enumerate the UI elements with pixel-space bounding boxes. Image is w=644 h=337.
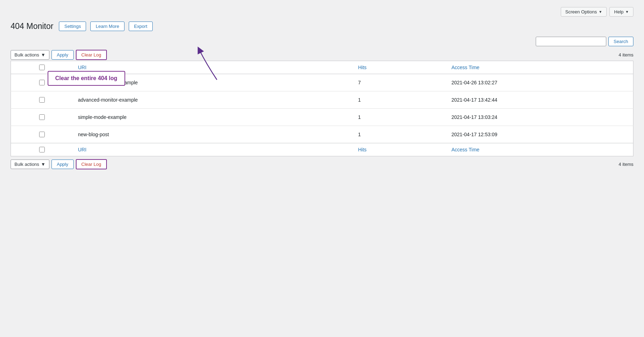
row-checkbox-0[interactable] xyxy=(39,80,45,85)
row-checkbox-1[interactable] xyxy=(39,97,45,103)
bulk-actions-bottom-label: Bulk actions xyxy=(14,162,39,167)
export-button[interactable]: Export xyxy=(129,22,153,31)
chevron-down-icon: ▼ xyxy=(625,10,629,14)
apply-top-button[interactable]: Apply xyxy=(51,50,74,60)
table-footer-row: URI Hits Access Time xyxy=(11,143,633,156)
screen-options-label: Screen Options xyxy=(565,9,597,14)
bulk-actions-bottom-button[interactable]: Bulk actions ▼ xyxy=(11,160,49,169)
footer-hits-label: Hits xyxy=(358,147,366,152)
search-button[interactable]: Search xyxy=(608,37,633,46)
toolbar-bottom-left: Bulk actions ▼ Apply Clear Log xyxy=(11,159,107,169)
toolbar-bottom: Bulk actions ▼ Apply Clear Log 4 items xyxy=(11,159,633,169)
footer-uri: URI xyxy=(73,143,353,156)
uri-column-label: URI xyxy=(78,65,86,70)
row-access-time: 2021-04-17 13:42:44 xyxy=(446,91,633,109)
footer-uri-label: URI xyxy=(78,147,86,152)
row-access-time: 2021-04-17 12:53:09 xyxy=(446,126,633,143)
select-all-top-checkbox[interactable] xyxy=(39,65,45,70)
search-input[interactable] xyxy=(536,37,606,46)
row-hits: 1 xyxy=(353,109,446,126)
table-row: simple-mode-example12021-04-17 13:03:24 xyxy=(11,109,633,126)
page-title: 404 Monitor xyxy=(11,22,53,31)
help-button[interactable]: Help ▼ xyxy=(609,7,633,17)
row-checkbox-cell xyxy=(11,109,73,126)
row-access-time: 2021-04-26 13:02:27 xyxy=(446,74,633,91)
tooltip-box: Clear the entire 404 log xyxy=(48,71,125,86)
row-hits: 1 xyxy=(353,91,446,109)
search-row: Search xyxy=(11,37,633,46)
access-time-column-label: Access Time xyxy=(451,65,479,70)
footer-access-time-label: Access Time xyxy=(451,147,479,152)
row-checkbox-cell xyxy=(11,91,73,109)
bulk-actions-chevron-icon: ▼ xyxy=(41,52,45,58)
row-uri: advanced-monitor-example xyxy=(73,91,353,109)
annotation-container: Bulk actions ▼ Apply Clear Log Clea xyxy=(11,50,633,156)
tooltip-text: Clear the entire 404 log xyxy=(55,75,117,81)
settings-button[interactable]: Settings xyxy=(59,22,86,31)
row-uri: new-blog-post xyxy=(73,126,353,143)
row-uri: simple-mode-example xyxy=(73,109,353,126)
table-row: new-blog-post12021-04-17 12:53:09 xyxy=(11,126,633,143)
row-access-time: 2021-04-17 13:03:24 xyxy=(446,109,633,126)
row-checkbox-cell xyxy=(11,126,73,143)
chevron-down-icon: ▼ xyxy=(599,10,602,14)
header-access-time: Access Time xyxy=(446,61,633,74)
page-header: 404 Monitor Settings Learn More Export xyxy=(11,22,633,31)
header-hits: Hits xyxy=(353,61,446,74)
clear-log-top-button[interactable]: Clear Log xyxy=(76,50,107,60)
row-checkbox-3[interactable] xyxy=(39,132,45,137)
clear-log-bottom-button[interactable]: Clear Log xyxy=(76,159,107,169)
clear-log-wrapper: Clear Log Clear the entire 404 log xyxy=(76,50,107,60)
table-row: advanced-monitor-example12021-04-17 13:4… xyxy=(11,91,633,109)
help-label: Help xyxy=(614,9,624,14)
row-hits: 1 xyxy=(353,126,446,143)
bulk-actions-bottom-chevron-icon: ▼ xyxy=(41,162,45,167)
bulk-actions-top-button[interactable]: Bulk actions ▼ xyxy=(11,50,49,60)
bulk-actions-top-label: Bulk actions xyxy=(14,52,39,58)
row-hits: 7 xyxy=(353,74,446,91)
top-right-controls: Screen Options ▼ Help ▼ xyxy=(11,7,633,17)
apply-bottom-button[interactable]: Apply xyxy=(51,160,74,169)
learn-more-button[interactable]: Learn More xyxy=(90,22,124,31)
footer-hits: Hits xyxy=(353,143,446,156)
footer-checkbox-cell xyxy=(11,143,73,156)
items-count-top: 4 items xyxy=(619,52,633,58)
row-checkbox-2[interactable] xyxy=(39,114,45,120)
toolbar-top: Bulk actions ▼ Apply Clear Log Clea xyxy=(11,50,633,60)
screen-options-button[interactable]: Screen Options ▼ xyxy=(561,7,607,17)
select-all-bottom-checkbox[interactable] xyxy=(39,147,45,152)
toolbar-top-left: Bulk actions ▼ Apply Clear Log Clea xyxy=(11,50,107,60)
footer-access-time: Access Time xyxy=(446,143,633,156)
items-count-bottom: 4 items xyxy=(619,162,633,167)
hits-column-label: Hits xyxy=(358,65,366,70)
